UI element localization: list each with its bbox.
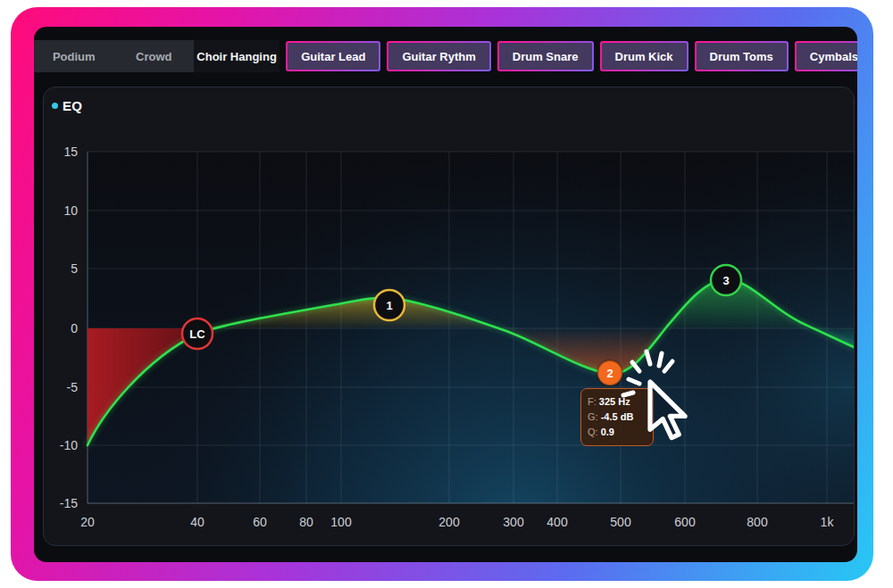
- eq-accent-dot-icon: [52, 103, 58, 109]
- x-tick-label: 500: [610, 515, 631, 529]
- x-tick-label: 200: [438, 515, 460, 529]
- x-tick-label: 100: [330, 515, 352, 529]
- x-tick-label: 300: [503, 515, 524, 529]
- x-tick-label: 60: [253, 515, 267, 529]
- tab-guitar-lead[interactable]: Guitar Lead: [286, 41, 380, 71]
- svg-text:1: 1: [386, 299, 392, 312]
- y-tick-label: 0: [71, 321, 78, 335]
- band-tooltip: F: 325 Hz G: -4.5 dB Q: 0.9: [580, 388, 654, 446]
- eq-band-marker-2[interactable]: 2: [597, 360, 622, 385]
- x-tick-label: 40: [190, 515, 204, 529]
- eq-panel: EQ: [43, 87, 855, 546]
- x-tick-label: 600: [674, 515, 696, 529]
- svg-text:2: 2: [606, 367, 613, 380]
- eq-band-marker-1[interactable]: 1: [374, 290, 405, 320]
- tab-drum-kick[interactable]: Drum Kick: [600, 41, 689, 71]
- y-tick-label: 15: [63, 145, 78, 159]
- eq-panel-header: EQ: [44, 87, 854, 123]
- eq-band-marker-3[interactable]: 3: [711, 265, 741, 295]
- tooltip-row-q: Q: 0.9: [588, 425, 647, 440]
- x-tick-label: 400: [547, 515, 568, 529]
- svg-text:3: 3: [722, 274, 729, 287]
- eq-chart[interactable]: 151050-5-10-1520406080100200300400500600…: [44, 123, 855, 546]
- tooltip-row-gain: G: -4.5 dB: [588, 410, 647, 425]
- y-tick-label: 5: [71, 261, 78, 276]
- tab-podium[interactable]: Podium: [34, 40, 113, 72]
- eq-chart-area: 151050-5-10-1520406080100200300400500600…: [44, 123, 855, 546]
- tab-crowd[interactable]: Crowd: [113, 40, 193, 72]
- x-tick-label: 800: [747, 515, 768, 529]
- tooltip-row-freq: F: 325 Hz: [588, 394, 647, 410]
- tab-cymbals[interactable]: Cymbals: [795, 41, 857, 71]
- app-window: Podium Crowd Choir Hanging Guitar Lead G…: [34, 27, 857, 562]
- y-tick-label: -5: [67, 380, 79, 394]
- y-tick-label: -15: [60, 496, 78, 510]
- tab-drum-snare[interactable]: Drum Snare: [497, 41, 594, 71]
- x-tick-label: 20: [80, 515, 95, 529]
- svg-text:LC: LC: [189, 327, 205, 341]
- tab-guitar-rythm[interactable]: Guitar Rythm: [387, 41, 490, 71]
- x-tick-label: 80: [299, 515, 313, 529]
- channel-tab-bar: Podium Crowd Choir Hanging Guitar Lead G…: [34, 40, 857, 72]
- panel-title: EQ: [63, 98, 82, 113]
- tab-choir-hanging[interactable]: Choir Hanging: [194, 40, 280, 72]
- x-tick-label: 1k: [821, 515, 835, 529]
- y-tick-label: -10: [60, 438, 78, 452]
- eq-band-marker-lc[interactable]: LC: [182, 319, 213, 349]
- tab-drum-toms[interactable]: Drum Toms: [695, 41, 789, 71]
- y-tick-label: 10: [63, 203, 78, 218]
